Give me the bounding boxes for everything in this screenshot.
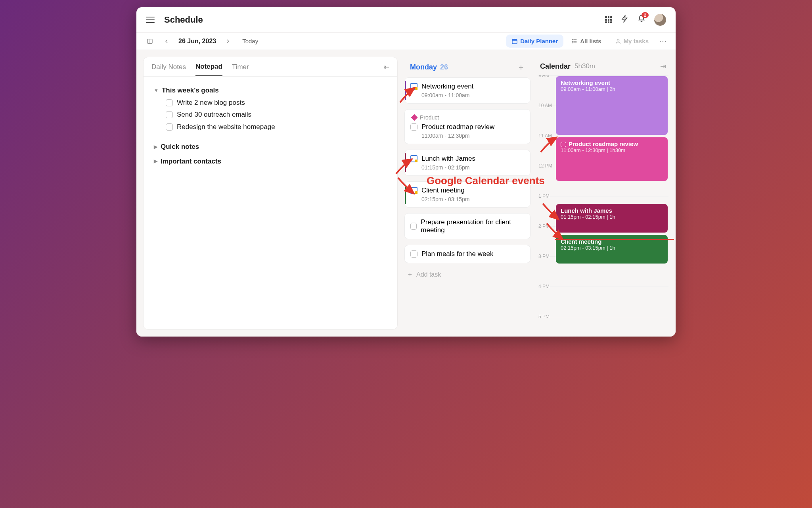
task-card[interactable]: Product Product roadmap review 11:00am -… [404,109,530,144]
notifications-button[interactable]: 2 [638,15,645,25]
chevron-right-icon: ▶ [154,143,157,152]
app-window: Schedule 2 26 Jun, 2023 Toda [136,7,676,337]
hour-label: 11 AM [538,133,552,139]
add-task-button[interactable]: ＋ Add task [404,270,530,279]
checkbox-icon[interactable] [166,99,173,106]
task-title: Prepare presentation for client meeting [421,218,525,234]
titlebar: Schedule 2 [136,7,676,33]
section-quick-notes[interactable]: ▶ Quick notes [154,141,387,153]
section-important-contacts[interactable]: ▶ Important contacts [154,156,387,168]
view-my-tasks[interactable]: My tasks [609,35,654,48]
task-card[interactable]: Client meeting 02:15pm - 03:15pm [404,181,530,208]
event-title: Networking event [561,79,663,86]
notification-badge: 2 [642,12,649,18]
expand-panel-icon[interactable]: ⇥ [660,62,666,71]
google-calendar-icon [410,83,417,90]
view-my-tasks-label: My tasks [624,38,649,44]
avatar[interactable] [654,14,666,26]
calendar-header: Calendar 5h30m ⇥ [538,57,668,75]
tasks-panel: Monday 26 ＋ Networking event 09:00am - 1… [404,57,530,329]
prev-day-button[interactable] [159,36,174,47]
tab-notepad[interactable]: Notepad [195,63,222,76]
calendar-timeline[interactable]: 9 AM10 AM11 AM12 PM1 PM2 PM3 PM4 PM5 PM … [538,75,668,329]
checkbox-icon[interactable] [410,223,417,230]
task-time: 09:00am - 11:00am [421,92,525,98]
hamburger-icon[interactable] [146,17,155,23]
view-all-lists[interactable]: All lists [566,35,607,48]
section-quick-notes-title: Quick notes [161,141,199,153]
section-important-contacts-title: Important contacts [161,156,221,168]
svg-point-11 [572,42,573,43]
checkbox-icon [561,142,566,147]
calendar-event[interactable]: Lunch with James 01:15pm - 02:15pm | 1h [556,204,668,233]
goal-item[interactable]: Send 30 outreach emails [166,109,387,121]
tasks-day-number: 26 [440,63,448,71]
hour-label: 3 PM [538,254,550,259]
event-title: Lunch with James [561,207,663,214]
tag-diamond-icon [411,114,418,121]
tab-daily-notes[interactable]: Daily Notes [151,63,186,76]
task-title: Plan meals for the week [421,250,493,258]
page-title: Schedule [164,15,203,25]
hour-label: 10 AM [538,103,552,108]
calendar-event[interactable]: Networking event 09:00am - 11:00am | 2h [556,76,668,135]
checkbox-icon[interactable] [410,250,417,258]
svg-rect-0 [147,39,152,43]
sidebar-toggle-icon[interactable] [143,36,157,47]
view-daily-planner[interactable]: Daily Planner [506,35,563,48]
google-calendar-icon [410,155,417,162]
calendar-event[interactable]: Client meeting 02:15pm - 03:15pm | 1h [556,235,668,264]
goal-item-label: Redesign the website homepage [177,121,275,133]
task-card[interactable]: Lunch with James 01:15pm - 02:15pm [404,150,530,176]
tab-timer[interactable]: Timer [232,63,249,76]
calendar-event[interactable]: Product roadmap review 11:00am - 12:30pm… [556,137,668,181]
task-title: Lunch with James [421,155,475,163]
goal-item-label: Send 30 outreach emails [177,109,251,121]
add-task-label: Add task [416,271,441,278]
chevron-down-icon: ▼ [154,87,159,95]
add-task-icon[interactable]: ＋ [517,62,525,73]
svg-rect-2 [512,39,517,44]
more-menu-icon[interactable]: ⋯ [657,37,669,46]
bolt-icon[interactable] [621,15,629,25]
task-tag: Product [420,114,439,121]
svg-point-12 [617,39,619,41]
main-surface: Daily Notes Notepad Timer ⇤ ▼ This week'… [136,50,676,337]
task-card[interactable]: Plan meals for the week [404,245,530,263]
collapse-panel-icon[interactable]: ⇤ [383,63,389,76]
task-card[interactable]: Prepare presentation for client meeting [404,213,530,239]
view-daily-planner-label: Daily Planner [520,38,558,44]
svg-point-10 [572,41,573,41]
apps-grid-icon[interactable] [605,16,612,23]
tasks-header: Monday 26 ＋ [404,57,530,77]
event-subtitle: 02:15pm - 03:15pm | 1h [561,245,663,251]
notes-panel: Daily Notes Notepad Timer ⇤ ▼ This week'… [144,57,397,329]
hour-label: 4 PM [538,284,550,289]
goal-item[interactable]: Write 2 new blog posts [166,97,387,109]
event-title: Product roadmap review [569,140,638,147]
event-subtitle: 09:00am - 11:00am | 2h [561,86,663,92]
section-goals[interactable]: ▼ This week's goals [154,85,387,97]
section-goals-title: This week's goals [162,85,219,97]
event-subtitle: 11:00am - 12:30pm | 1h30m [561,147,663,153]
calendar-duration: 5h30m [575,62,595,70]
task-card[interactable]: Networking event 09:00am - 11:00am [404,77,530,104]
task-time: 01:15pm - 02:15pm [421,164,525,171]
hour-label: 2 PM [538,223,550,229]
task-title: Client meeting [421,187,465,194]
goal-item[interactable]: Redesign the website homepage [166,121,387,133]
today-button[interactable]: Today [242,38,258,44]
checkbox-icon[interactable] [166,123,173,131]
goal-item-label: Write 2 new blog posts [177,97,245,109]
task-time: 02:15pm - 03:15pm [421,196,525,202]
current-date[interactable]: 26 Jun, 2023 [176,38,218,45]
notes-tabs: Daily Notes Notepad Timer ⇤ [144,57,397,77]
checkbox-icon[interactable] [410,123,417,131]
checkbox-icon[interactable] [166,111,173,118]
chevron-right-icon: ▶ [154,157,157,166]
hour-label: 9 AM [538,75,549,78]
notes-body[interactable]: ▼ This week's goals Write 2 new blog pos… [144,77,397,176]
view-all-lists-label: All lists [580,38,601,44]
next-day-button[interactable] [221,36,235,47]
hour-label: 12 PM [538,163,552,169]
